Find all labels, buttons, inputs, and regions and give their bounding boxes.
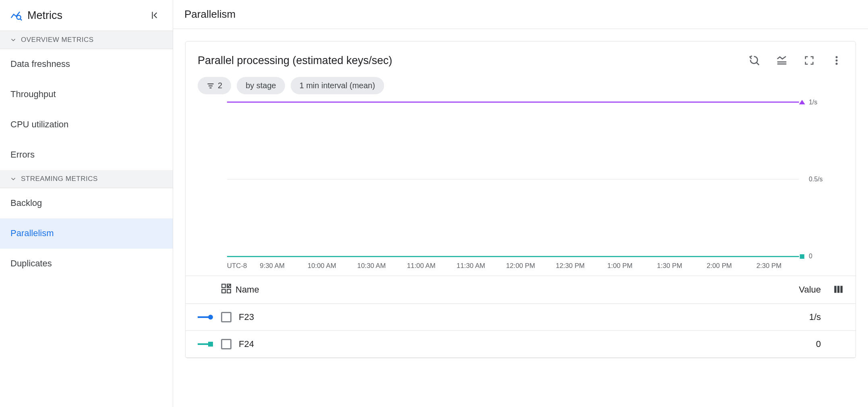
sidebar-title: Metrics xyxy=(27,9,141,22)
svg-rect-24 xyxy=(222,289,225,293)
toggle-legend-button[interactable] xyxy=(775,54,789,67)
filter-chip[interactable]: 2 xyxy=(198,77,231,94)
reset-zoom-button[interactable] xyxy=(748,54,761,67)
svg-rect-8 xyxy=(208,83,214,84)
metrics-icon xyxy=(10,9,22,21)
interval-chip[interactable]: 1 min interval (mean) xyxy=(291,77,384,94)
section-overview-metrics[interactable]: OVERVIEW METRICS xyxy=(0,31,173,49)
svg-rect-27 xyxy=(834,286,836,293)
timezone-label: UTC-8 xyxy=(227,262,247,270)
filter-count: 2 xyxy=(218,81,222,90)
section-label: STREAMING METRICS xyxy=(21,175,98,183)
main-content: Parallelism Parallel processing (estimat… xyxy=(173,0,868,407)
sidebar-item-throughput[interactable]: Throughput xyxy=(0,79,173,110)
page-title: Parallelism xyxy=(173,0,868,29)
svg-text:12:00 PM: 12:00 PM xyxy=(506,262,535,270)
chevron-down-icon xyxy=(10,175,17,183)
series-color-f23 xyxy=(198,313,214,321)
y-tick-label: 0.5/s xyxy=(809,176,823,183)
sidebar-item-errors[interactable]: Errors xyxy=(0,140,173,170)
svg-point-7 xyxy=(835,63,837,65)
select-all-icon[interactable] xyxy=(221,283,231,296)
svg-rect-23 xyxy=(222,284,225,288)
legend-row: F24 0 xyxy=(186,331,856,358)
svg-rect-25 xyxy=(227,289,231,293)
series-end-marker-f23 xyxy=(799,100,805,104)
columns-icon[interactable] xyxy=(833,284,843,296)
legend-table: Name Value F23 1/s xyxy=(186,276,856,358)
svg-point-6 xyxy=(835,59,837,61)
legend-row: F23 1/s xyxy=(186,304,856,331)
legend-name: F23 xyxy=(239,312,802,322)
chart-card: Parallel processing (estimated keys/sec) xyxy=(185,41,856,358)
svg-rect-33 xyxy=(208,342,213,347)
svg-rect-9 xyxy=(209,85,213,86)
legend-checkbox-f23[interactable] xyxy=(221,312,231,322)
svg-point-31 xyxy=(208,315,213,320)
chart-area[interactable]: 1/s 0.5/s 0 UTC-8 9:30 AM 10:00 AM 10:30… xyxy=(186,98,856,272)
legend-table-header: Name Value xyxy=(186,276,856,304)
svg-text:10:30 AM: 10:30 AM xyxy=(357,262,386,270)
sidebar-item-cpu-utilization[interactable]: CPU utilization xyxy=(0,110,173,140)
svg-text:2:00 PM: 2:00 PM xyxy=(707,262,732,270)
svg-text:1:30 PM: 1:30 PM xyxy=(657,262,682,270)
section-label: OVERVIEW METRICS xyxy=(21,36,94,44)
sidebar-item-backlog[interactable]: Backlog xyxy=(0,188,173,218)
svg-rect-29 xyxy=(840,286,842,293)
svg-text:11:00 AM: 11:00 AM xyxy=(407,262,436,270)
y-tick-label: 0 xyxy=(809,253,812,260)
legend-checkbox-f24[interactable] xyxy=(221,339,231,349)
svg-text:9:30 AM: 9:30 AM xyxy=(260,262,285,270)
svg-line-1 xyxy=(20,19,22,21)
chart-title: Parallel processing (estimated keys/sec) xyxy=(198,54,748,67)
x-axis-ticks: 9:30 AM 10:00 AM 10:30 AM 11:00 AM 11:30… xyxy=(260,262,781,270)
fullscreen-button[interactable] xyxy=(802,54,816,67)
svg-point-0 xyxy=(17,15,21,19)
sidebar-item-duplicates[interactable]: Duplicates xyxy=(0,249,173,279)
group-by-chip[interactable]: by stage xyxy=(237,77,285,94)
chevron-down-icon xyxy=(10,36,17,44)
y-tick-label: 1/s xyxy=(809,99,817,106)
legend-value: 1/s xyxy=(809,312,821,322)
svg-text:2:30 PM: 2:30 PM xyxy=(756,262,782,270)
sidebar-item-data-freshness[interactable]: Data freshness xyxy=(0,49,173,79)
svg-rect-28 xyxy=(837,286,839,293)
svg-text:12:30 PM: 12:30 PM xyxy=(556,262,585,270)
svg-rect-10 xyxy=(210,87,212,88)
svg-text:10:00 AM: 10:00 AM xyxy=(308,262,336,270)
svg-point-5 xyxy=(835,56,837,58)
svg-text:1:00 PM: 1:00 PM xyxy=(607,262,632,270)
sidebar-header: Metrics xyxy=(0,0,173,31)
filter-icon xyxy=(207,82,215,90)
legend-value: 0 xyxy=(816,339,821,349)
section-streaming-metrics[interactable]: STREAMING METRICS xyxy=(0,170,173,188)
collapse-sidebar-button[interactable] xyxy=(147,7,163,23)
series-color-f24 xyxy=(198,340,214,348)
legend-name: F24 xyxy=(239,339,809,349)
sidebar-item-parallelism[interactable]: Parallelism xyxy=(0,218,173,249)
legend-value-header: Value xyxy=(799,284,821,295)
legend-name-header: Name xyxy=(236,284,259,295)
series-end-marker-f24 xyxy=(800,254,804,259)
svg-line-2 xyxy=(756,62,759,65)
more-options-button[interactable] xyxy=(830,54,843,67)
sidebar: Metrics OVERVIEW METRICS Data freshness … xyxy=(0,0,173,407)
svg-text:11:30 AM: 11:30 AM xyxy=(457,262,485,270)
